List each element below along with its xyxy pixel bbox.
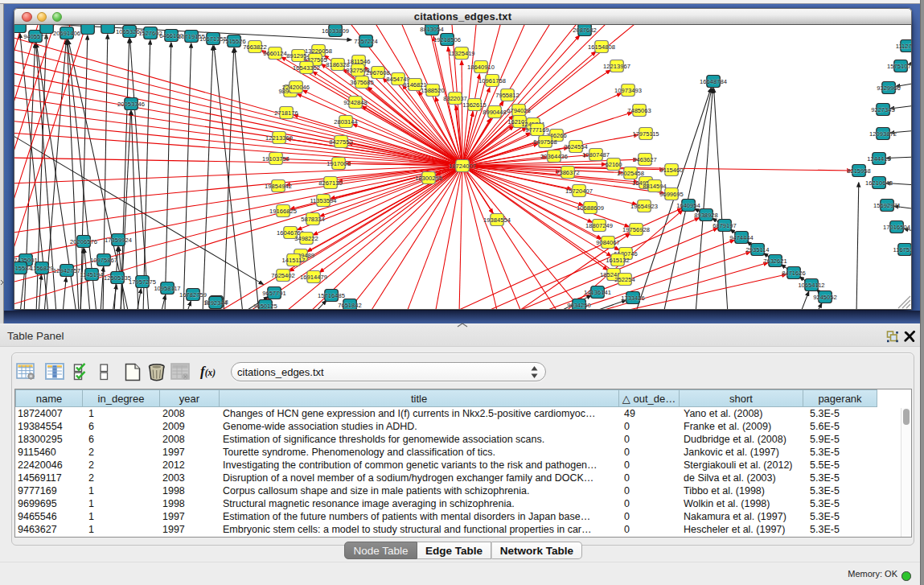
svg-text:3675685: 3675685 [350, 79, 374, 86]
svg-text:1167533: 1167533 [893, 246, 913, 253]
svg-text:2935114: 2935114 [746, 246, 770, 253]
svg-text:18300295: 18300295 [415, 175, 442, 182]
svg-text:7625402: 7625402 [271, 272, 295, 279]
svg-text:7357224: 7357224 [354, 38, 378, 45]
svg-text:8814594: 8814594 [643, 183, 667, 190]
svg-text:10807487: 10807487 [582, 151, 610, 159]
svg-text:19654923: 19654923 [630, 203, 658, 210]
svg-text:20053346: 20053346 [117, 101, 145, 108]
svg-text:19854942: 19854942 [265, 183, 292, 190]
svg-text:8938928: 8938928 [694, 212, 718, 219]
svg-text:16154808: 16154808 [588, 43, 615, 51]
svg-text:1733426: 1733426 [621, 295, 645, 302]
svg-text:2087682: 2087682 [573, 27, 597, 34]
svg-text:9699695: 9699695 [659, 191, 684, 198]
svg-text:9084067: 9084067 [596, 239, 620, 246]
svg-text:18724007: 18724007 [449, 163, 476, 170]
svg-text:9657791: 9657791 [262, 290, 286, 297]
svg-text:8471626: 8471626 [782, 270, 806, 277]
svg-text:9474444: 9474444 [729, 234, 754, 241]
svg-text:18807249: 18807249 [585, 222, 613, 229]
svg-text:8215958: 8215958 [847, 167, 871, 175]
svg-text:15720407: 15720407 [565, 187, 593, 195]
svg-text:8267130: 8267130 [318, 179, 343, 187]
svg-text:12213369: 12213369 [265, 134, 293, 142]
svg-text:12213967: 12213967 [603, 63, 630, 70]
svg-text:19166825: 19166825 [269, 208, 297, 215]
svg-text:10958117: 10958117 [154, 285, 180, 292]
svg-text:15716485: 15716485 [318, 292, 345, 299]
svg-text:16210643: 16210643 [865, 179, 893, 187]
svg-text:6497568: 6497568 [533, 138, 557, 146]
svg-text:10025458: 10025458 [617, 170, 644, 177]
svg-text:16543362: 16543362 [293, 64, 320, 72]
svg-text:19103754: 19103754 [262, 155, 290, 163]
svg-text:15751074: 15751074 [887, 63, 912, 70]
svg-text:7485063: 7485063 [627, 107, 651, 114]
svg-text:19756928: 19756928 [622, 226, 650, 233]
svg-text:17016504: 17016504 [883, 224, 910, 231]
svg-text:1892344: 1892344 [203, 299, 228, 307]
svg-text:12942757: 12942757 [53, 267, 80, 274]
svg-text:9660124: 9660124 [263, 50, 287, 57]
svg-text:9329966: 9329966 [877, 84, 901, 92]
svg-text:16782759: 16782759 [179, 291, 207, 299]
svg-text:252254: 252254 [614, 276, 634, 283]
svg-text:5878334: 5878334 [301, 216, 325, 223]
svg-text:1917000: 1917000 [326, 160, 351, 167]
svg-text:17957275: 17957275 [129, 278, 156, 286]
svg-text:10973493: 10973493 [614, 87, 642, 94]
svg-text:12093872: 12093872 [869, 130, 897, 138]
svg-text:1112733: 1112733 [896, 43, 912, 50]
svg-text:11353594: 11353594 [310, 197, 336, 204]
svg-text:17359924: 17359924 [105, 237, 132, 244]
svg-text:17975115: 17975115 [632, 130, 659, 138]
svg-text:10975867: 10975867 [90, 257, 117, 264]
svg-text:15692971: 15692971 [873, 202, 901, 209]
svg-text:9245052: 9245052 [813, 294, 837, 301]
svg-text:20364436: 20364436 [540, 153, 568, 160]
svg-text:7632621: 7632621 [763, 257, 787, 265]
svg-text:6879197: 6879197 [713, 222, 737, 229]
svg-text:16033809: 16033809 [322, 27, 349, 35]
svg-text:19218506: 19218506 [433, 36, 461, 43]
svg-text:3624554: 3624554 [564, 143, 588, 150]
svg-text:9650125: 9650125 [253, 303, 277, 310]
svg-text:18640910: 18640910 [467, 64, 495, 71]
svg-text:16914479: 16914479 [300, 274, 327, 281]
svg-text:2803144: 2803144 [334, 118, 358, 126]
svg-text:1640954: 1640954 [676, 202, 700, 209]
svg-text:8813054: 8813054 [420, 26, 444, 33]
svg-text:9463627: 9463627 [633, 156, 657, 163]
svg-text:1244415: 1244415 [867, 155, 891, 163]
svg-text:12505135: 12505135 [104, 274, 131, 282]
svg-text:19384554: 19384554 [483, 216, 511, 224]
svg-text:9227343: 9227343 [871, 106, 895, 113]
svg-text:7386372: 7386372 [556, 169, 580, 176]
svg-text:10654112: 10654112 [798, 282, 824, 289]
svg-text:14136141: 14136141 [584, 289, 611, 296]
svg-text:20691406: 20691406 [53, 30, 80, 37]
svg-text:10961758: 10961758 [478, 77, 506, 84]
svg-text:9034250: 9034250 [567, 302, 591, 309]
svg-text:9115460: 9115460 [660, 167, 684, 174]
svg-text:1415117: 1415117 [282, 257, 306, 264]
svg-text:10688609: 10688609 [577, 204, 604, 212]
svg-text:6794028: 6794028 [507, 107, 531, 114]
svg-text:7955812: 7955812 [495, 92, 519, 99]
svg-text:8427552: 8427552 [329, 138, 353, 146]
svg-text:62160: 62160 [605, 161, 622, 168]
svg-text:8990448: 8990448 [483, 109, 507, 116]
svg-text:16648784: 16648784 [700, 78, 727, 85]
svg-text:1588520: 1588520 [421, 87, 445, 94]
svg-text:2718176: 2718176 [274, 109, 298, 117]
svg-text:1156829: 1156829 [31, 265, 54, 272]
svg-text:11325419: 11325419 [448, 50, 474, 57]
svg-text:3915584: 3915584 [14, 265, 32, 272]
svg-text:1145194: 1145194 [80, 271, 104, 278]
svg-text:7651842: 7651842 [338, 302, 362, 309]
svg-text:3498222: 3498222 [294, 235, 318, 242]
svg-text:1362615: 1362615 [462, 101, 487, 109]
svg-text:22420046: 22420046 [282, 84, 310, 91]
svg-text:20206576: 20206576 [70, 238, 97, 245]
